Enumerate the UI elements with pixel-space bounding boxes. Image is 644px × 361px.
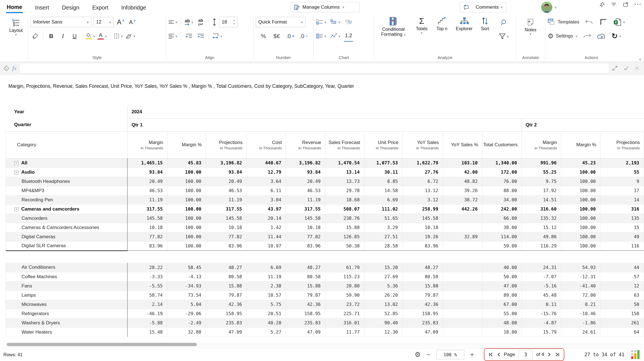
cell[interactable]: 100.00 xyxy=(167,204,206,214)
cell[interactable]: 100.00 xyxy=(167,241,206,251)
cell[interactable]: 50 xyxy=(600,300,644,309)
cell[interactable]: 3,196.82 xyxy=(206,158,247,167)
row-header[interactable]: Water Heaters xyxy=(6,327,127,337)
cell[interactable]: 11.77 xyxy=(325,327,364,337)
cell[interactable]: -5.55 xyxy=(127,281,167,291)
cell[interactable]: 46.53 xyxy=(206,186,247,195)
sparkline-button[interactable]: ∨ xyxy=(330,30,340,42)
collapse-ribbon-icon[interactable]: ∨ xyxy=(639,58,641,61)
cell[interactable]: 80.58 xyxy=(206,272,247,281)
column-header[interactable]: Marginin Thousands xyxy=(127,131,167,158)
cell[interactable]: 50.00 xyxy=(482,272,522,281)
cell[interactable]: 111.02 xyxy=(364,204,402,214)
cell[interactable]: 316.60 xyxy=(522,204,561,214)
table-row[interactable]: Water Heaters15.4832.8847.095.2747.0911.… xyxy=(6,327,644,337)
add-comment-button[interactable] xyxy=(460,2,472,12)
cell[interactable]: 49.86 xyxy=(522,232,561,241)
row-header[interactable]: Air Conditioners xyxy=(6,263,127,272)
cell[interactable]: 18.68 xyxy=(325,195,364,204)
row-header[interactable]: Washers & Dryers xyxy=(6,318,127,327)
cell[interactable]: 235.83 xyxy=(402,318,443,327)
font-color-button[interactable]: A ∨ xyxy=(98,30,107,42)
cell[interactable]: 135 xyxy=(600,214,644,223)
cell[interactable]: -5.88 xyxy=(127,318,167,327)
cell[interactable]: 316.01 xyxy=(325,318,364,327)
cell[interactable]: 24.61 xyxy=(561,327,600,337)
column-header[interactable]: Marginin Thousands xyxy=(522,131,561,158)
cell[interactable]: 39.26 xyxy=(443,186,482,195)
row-header[interactable]: Fans xyxy=(6,281,127,291)
cell[interactable]: 38.72 xyxy=(443,195,482,204)
column-header[interactable]: Margin % xyxy=(167,131,206,158)
column-header[interactable]: Unit Pricein Thousands xyxy=(364,131,402,158)
cell[interactable]: 80.58 xyxy=(402,272,443,281)
cell[interactable]: 1.42 xyxy=(247,223,286,232)
cell[interactable]: 114.00 xyxy=(482,232,522,241)
column-header[interactable]: Revenuein Thousands xyxy=(286,131,325,158)
cell[interactable] xyxy=(443,300,482,309)
cell[interactable]: 10.18 xyxy=(127,223,167,232)
filter-lines-icon[interactable] xyxy=(611,2,617,7)
cell[interactable]: 11.19 xyxy=(247,272,286,281)
table-row[interactable]: Digital Cameras77.82100.0077.8211.4477.8… xyxy=(6,232,644,241)
column-header[interactable]: Total Customers xyxy=(482,131,522,158)
cell[interactable]: 17.92 xyxy=(522,186,561,195)
cell[interactable]: 5.27 xyxy=(247,327,286,337)
cell[interactable]: -12.31 xyxy=(561,272,600,281)
cell[interactable]: 100.00 xyxy=(167,167,206,177)
cell[interactable]: -1.86 xyxy=(561,318,600,327)
wrap-text-button[interactable]: abc↵ xyxy=(196,16,205,28)
cell[interactable]: 261 xyxy=(600,318,644,327)
cell[interactable]: 15.88 xyxy=(286,281,325,291)
cell[interactable]: 6.69 xyxy=(364,195,402,204)
table-row[interactable]: Bluetooth Headphones20.49100.0020.493.64… xyxy=(6,177,644,186)
cell[interactable]: 55.25 xyxy=(522,167,561,177)
cell[interactable]: 32.88 xyxy=(167,327,206,337)
more-options-icon[interactable]: ··· xyxy=(634,1,642,8)
table-row[interactable]: Refrigerators-46.19-29.06158.9520.51158.… xyxy=(6,309,644,318)
tab-home[interactable]: Home xyxy=(6,1,23,13)
column-header[interactable]: Projectionsin Thousands xyxy=(206,131,247,158)
cell[interactable]: 28.58 xyxy=(364,241,402,251)
explorer-button[interactable]: Explorer xyxy=(453,16,476,32)
page-number-input[interactable] xyxy=(518,350,533,359)
increase-indent-button[interactable] xyxy=(196,30,205,42)
cell[interactable]: 225.71 xyxy=(325,309,364,318)
filter-button[interactable]: ∨ xyxy=(499,31,509,42)
quarter-1-header[interactable]: Qtr 1 xyxy=(127,118,522,131)
cell[interactable]: 442.26 xyxy=(443,204,482,214)
chevron-up-icon[interactable]: ∧ xyxy=(233,19,235,22)
cell[interactable]: 2,193 xyxy=(600,158,644,167)
underline-button[interactable]: U xyxy=(70,30,79,42)
row-header[interactable]: Recording Pen xyxy=(6,195,127,204)
cell[interactable]: 52.85 xyxy=(364,309,402,318)
table-row[interactable]: −Cameras and camcorders317.55100.00317.5… xyxy=(6,204,644,214)
table-row[interactable]: Air Conditioners28.2258.4548.276.6948.27… xyxy=(6,263,644,272)
cell[interactable]: 14.58 xyxy=(364,186,402,195)
cell[interactable]: 116.29 xyxy=(522,241,561,251)
cell[interactable] xyxy=(443,309,482,318)
cell[interactable]: 42.36 xyxy=(286,300,325,309)
zoom-level[interactable]: 100 % xyxy=(436,350,464,359)
cell[interactable]: 100.00 xyxy=(561,232,600,241)
cell[interactable]: 100.00 xyxy=(561,223,600,232)
cell[interactable]: 20.49 xyxy=(127,177,167,186)
zoom-out-button[interactable]: − xyxy=(425,351,432,358)
cell[interactable]: -7.07 xyxy=(522,272,561,281)
cell[interactable]: 15.79 xyxy=(522,327,561,337)
cell[interactable]: 100.00 xyxy=(561,186,600,195)
cell[interactable]: 48.27 xyxy=(206,263,247,272)
cell[interactable]: 90.40 xyxy=(364,318,402,327)
column-header[interactable]: Costin Thousands xyxy=(247,131,286,158)
cell[interactable]: 44 xyxy=(600,263,644,272)
row-header[interactable]: Lamps xyxy=(6,291,127,300)
cell[interactable]: 6.11 xyxy=(247,186,286,195)
notes-button[interactable]: Notes ∨ xyxy=(518,17,543,37)
cell[interactable]: 46.53 xyxy=(286,186,325,195)
cell[interactable]: -41.40 xyxy=(561,281,600,291)
cell[interactable]: 93.84 xyxy=(286,167,325,177)
row-header[interactable]: Digital SLR Cameras xyxy=(6,241,127,251)
cell[interactable] xyxy=(443,318,482,327)
cell[interactable]: 48.27 xyxy=(286,263,325,272)
cell[interactable]: -4.87 xyxy=(522,318,561,327)
